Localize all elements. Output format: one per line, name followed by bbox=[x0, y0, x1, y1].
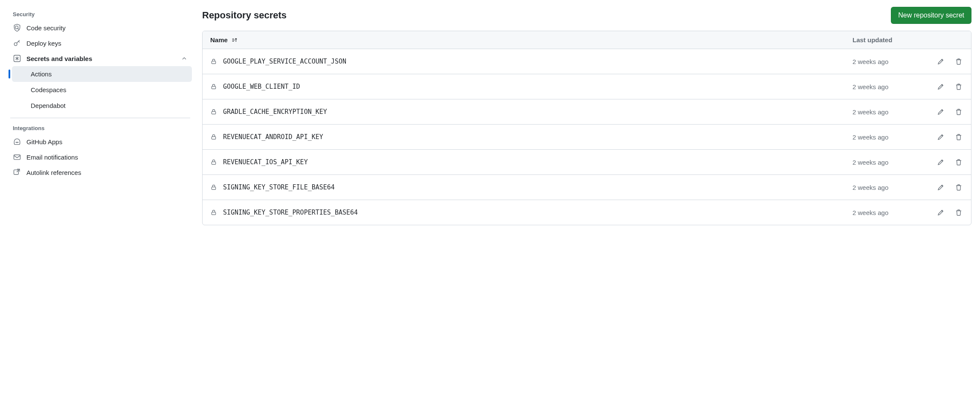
table-row: SIGNING_KEY_STORE_PROPERTIES_BASE642 wee… bbox=[203, 200, 971, 225]
secret-actions bbox=[921, 107, 963, 116]
edit-secret-button[interactable] bbox=[936, 157, 945, 167]
sidebar-list-integrations: GitHub Apps Email notifications Autolink… bbox=[9, 134, 192, 180]
main-content: Repository secrets New repository secret… bbox=[202, 7, 971, 225]
svg-rect-6 bbox=[212, 86, 215, 89]
pencil-icon bbox=[937, 58, 945, 65]
sidebar-subitem-codespaces[interactable]: Codespaces bbox=[12, 82, 192, 98]
secret-updated: 2 weeks ago bbox=[852, 184, 921, 191]
delete-secret-button[interactable] bbox=[954, 132, 963, 142]
trash-icon bbox=[955, 133, 963, 141]
svg-rect-8 bbox=[212, 137, 215, 139]
edit-secret-button[interactable] bbox=[936, 132, 945, 142]
secret-updated: 2 weeks ago bbox=[852, 159, 921, 166]
shield-scan-icon bbox=[13, 23, 21, 32]
svg-point-1 bbox=[14, 43, 17, 46]
trash-icon bbox=[955, 158, 963, 166]
secret-actions bbox=[921, 57, 963, 66]
secret-actions bbox=[921, 82, 963, 91]
column-header-name[interactable]: Name bbox=[210, 36, 852, 44]
table-row: SIGNING_KEY_STORE_FILE_BASE642 weeks ago bbox=[203, 175, 971, 200]
secret-name: SIGNING_KEY_STORE_FILE_BASE64 bbox=[223, 183, 335, 191]
chevron-up-icon bbox=[181, 55, 188, 62]
crossref-icon bbox=[13, 168, 21, 177]
secret-name: GRADLE_CACHE_ENCRYPTION_KEY bbox=[223, 108, 327, 116]
page-title: Repository secrets bbox=[202, 10, 287, 21]
sidebar-label: GitHub Apps bbox=[26, 138, 62, 145]
trash-icon bbox=[955, 58, 963, 65]
secret-name-cell: GRADLE_CACHE_ENCRYPTION_KEY bbox=[210, 108, 852, 116]
lock-icon bbox=[210, 58, 217, 65]
svg-point-0 bbox=[15, 26, 18, 29]
trash-icon bbox=[955, 183, 963, 191]
new-repository-secret-button[interactable]: New repository secret bbox=[891, 7, 971, 24]
delete-secret-button[interactable] bbox=[954, 82, 963, 91]
sidebar-label: Deploy keys bbox=[26, 40, 61, 47]
sidebar-subitem-dependabot[interactable]: Dependabot bbox=[12, 98, 192, 113]
sidebar-label: Email notifications bbox=[26, 154, 78, 161]
secret-name-cell: REVENUECAT_ANDROID_API_KEY bbox=[210, 133, 852, 141]
secret-actions bbox=[921, 183, 963, 192]
secret-name: REVENUECAT_ANDROID_API_KEY bbox=[223, 133, 323, 141]
sidebar-sublist-secrets: Actions Codespaces Dependabot bbox=[12, 66, 192, 113]
delete-secret-button[interactable] bbox=[954, 57, 963, 66]
sidebar-item-github-apps[interactable]: GitHub Apps bbox=[9, 134, 192, 149]
edit-secret-button[interactable] bbox=[936, 208, 945, 217]
lock-icon bbox=[210, 134, 217, 140]
sidebar-label: Secrets and variables bbox=[26, 55, 92, 62]
svg-rect-9 bbox=[212, 162, 215, 164]
pencil-icon bbox=[937, 158, 945, 166]
sidebar-section-security: Security bbox=[9, 9, 192, 20]
delete-secret-button[interactable] bbox=[954, 183, 963, 192]
sidebar-list-security: Code security Deploy keys Secrets and va… bbox=[9, 20, 192, 113]
trash-icon bbox=[955, 209, 963, 216]
sidebar-item-deploy-keys[interactable]: Deploy keys bbox=[9, 35, 192, 51]
pencil-icon bbox=[937, 209, 945, 216]
mail-icon bbox=[13, 153, 21, 161]
secret-updated: 2 weeks ago bbox=[852, 58, 921, 65]
sidebar-item-code-security[interactable]: Code security bbox=[9, 20, 192, 35]
secret-updated: 2 weeks ago bbox=[852, 134, 921, 141]
sidebar-subitem-label: Codespaces bbox=[31, 86, 66, 93]
delete-secret-button[interactable] bbox=[954, 107, 963, 116]
sidebar-item-autolink-references[interactable]: Autolink references bbox=[9, 165, 192, 180]
sort-asc-icon bbox=[231, 37, 238, 44]
trash-icon bbox=[955, 83, 963, 90]
secret-actions bbox=[921, 157, 963, 167]
edit-secret-button[interactable] bbox=[936, 82, 945, 91]
column-header-updated: Last updated bbox=[852, 36, 921, 44]
table-row: REVENUECAT_IOS_API_KEY2 weeks ago bbox=[203, 150, 971, 175]
secret-actions bbox=[921, 208, 963, 217]
edit-secret-button[interactable] bbox=[936, 107, 945, 116]
sidebar-item-email-notifications[interactable]: Email notifications bbox=[9, 149, 192, 165]
secret-name-cell: GOOGLE_PLAY_SERVICE_ACCOUNT_JSON bbox=[210, 58, 852, 65]
lock-icon bbox=[210, 209, 217, 216]
column-header-name-label: Name bbox=[210, 36, 228, 44]
svg-rect-7 bbox=[212, 111, 215, 114]
edit-secret-button[interactable] bbox=[936, 57, 945, 66]
table-row: GOOGLE_PLAY_SERVICE_ACCOUNT_JSON2 weeks … bbox=[203, 49, 971, 74]
sidebar-item-secrets-variables[interactable]: Secrets and variables bbox=[9, 51, 192, 66]
sidebar-subitem-actions[interactable]: Actions bbox=[12, 66, 192, 82]
secrets-table-body: GOOGLE_PLAY_SERVICE_ACCOUNT_JSON2 weeks … bbox=[203, 49, 971, 225]
table-row: GRADLE_CACHE_ENCRYPTION_KEY2 weeks ago bbox=[203, 99, 971, 125]
secret-name-cell: REVENUECAT_IOS_API_KEY bbox=[210, 158, 852, 166]
sidebar-label: Code security bbox=[26, 24, 66, 32]
secret-name: GOOGLE_WEB_CLIENT_ID bbox=[223, 83, 300, 90]
secret-name-cell: SIGNING_KEY_STORE_FILE_BASE64 bbox=[210, 183, 852, 191]
lock-icon bbox=[210, 83, 217, 90]
sidebar-label: Autolink references bbox=[26, 169, 81, 176]
asterisk-icon bbox=[13, 54, 21, 63]
delete-secret-button[interactable] bbox=[954, 157, 963, 167]
hubot-icon bbox=[13, 137, 21, 146]
table-row: REVENUECAT_ANDROID_API_KEY2 weeks ago bbox=[203, 125, 971, 150]
svg-rect-11 bbox=[212, 212, 215, 215]
delete-secret-button[interactable] bbox=[954, 208, 963, 217]
pencil-icon bbox=[937, 183, 945, 191]
sidebar-subitem-label: Actions bbox=[31, 70, 52, 78]
pencil-icon bbox=[937, 133, 945, 141]
secret-updated: 2 weeks ago bbox=[852, 83, 921, 90]
secret-actions bbox=[921, 132, 963, 142]
secret-name: SIGNING_KEY_STORE_PROPERTIES_BASE64 bbox=[223, 209, 358, 216]
edit-secret-button[interactable] bbox=[936, 183, 945, 192]
secret-updated: 2 weeks ago bbox=[852, 209, 921, 216]
